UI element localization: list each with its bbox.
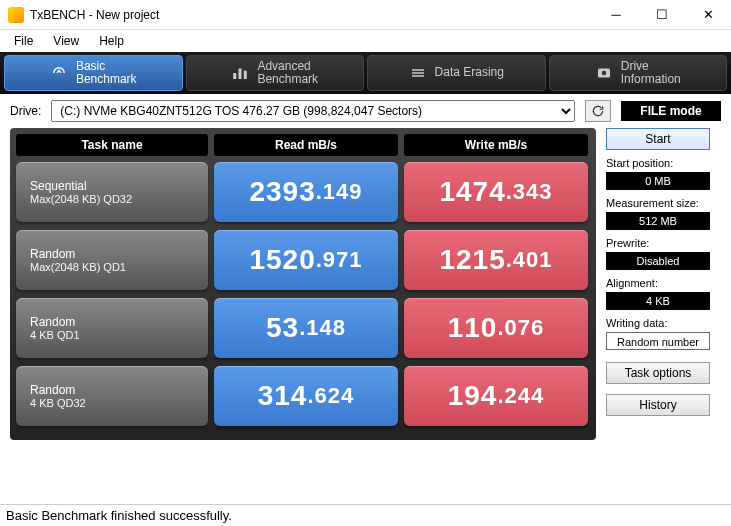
- write-value: 1215.401: [404, 230, 588, 290]
- task-detail: Max(2048 KB) QD32: [30, 193, 208, 205]
- info-icon: [595, 64, 613, 82]
- menu-file[interactable]: File: [6, 32, 41, 50]
- alignment-label: Alignment:: [606, 277, 710, 289]
- header-read: Read mB/s: [214, 134, 398, 156]
- menu-view[interactable]: View: [45, 32, 87, 50]
- test-row: Random4 KB QD32314.624194.244: [16, 366, 590, 426]
- svg-rect-0: [234, 73, 237, 79]
- task-options-button[interactable]: Task options: [606, 362, 710, 384]
- benchmark-panel: Task name Read mB/s Write mB/s Sequentia…: [10, 128, 596, 440]
- erase-icon: [409, 64, 427, 82]
- tab-basic-benchmark[interactable]: BasicBenchmark: [4, 55, 183, 91]
- prewrite-value: Disabled: [606, 252, 710, 270]
- svg-point-4: [601, 71, 606, 76]
- test-row: Random4 KB QD153.148110.076: [16, 298, 590, 358]
- maximize-button[interactable]: ☐: [639, 0, 685, 30]
- tab-label: Drive: [621, 59, 649, 73]
- header-write: Write mB/s: [404, 134, 588, 156]
- tab-label: Basic: [76, 59, 105, 73]
- write-value: 1474.343: [404, 162, 588, 222]
- task-button-1[interactable]: RandomMax(2048 KB) QD1: [16, 230, 208, 290]
- read-value: 53.148: [214, 298, 398, 358]
- task-button-3[interactable]: Random4 KB QD32: [16, 366, 208, 426]
- tab-data-erasing[interactable]: Data Erasing: [367, 55, 546, 91]
- task-detail: Max(2048 KB) QD1: [30, 261, 208, 273]
- app-icon: [8, 7, 24, 23]
- write-value: 194.244: [404, 366, 588, 426]
- history-button[interactable]: History: [606, 394, 710, 416]
- tab-label: Advanced: [257, 59, 310, 73]
- start-button[interactable]: Start: [606, 128, 710, 150]
- bars-icon: [231, 64, 249, 82]
- drive-bar: Drive: (C:) NVMe KBG40ZNT512G TOS 476.27…: [0, 94, 731, 128]
- menu-help[interactable]: Help: [91, 32, 132, 50]
- prewrite-label: Prewrite:: [606, 237, 710, 249]
- measurement-size-label: Measurement size:: [606, 197, 710, 209]
- side-panel: Start Start position: 0 MB Measurement s…: [606, 128, 710, 440]
- task-name: Random: [30, 383, 208, 397]
- title-bar: TxBENCH - New project ─ ☐ ✕: [0, 0, 731, 30]
- header-task: Task name: [16, 134, 208, 156]
- test-row: RandomMax(2048 KB) QD11520.9711215.401: [16, 230, 590, 290]
- drive-label: Drive:: [10, 104, 41, 118]
- read-value: 2393.149: [214, 162, 398, 222]
- start-position-value: 0 MB: [606, 172, 710, 190]
- file-mode-indicator: FILE mode: [621, 101, 721, 121]
- alignment-value: 4 KB: [606, 292, 710, 310]
- writing-data-label: Writing data:: [606, 317, 710, 329]
- gauge-icon: [50, 64, 68, 82]
- start-position-label: Start position:: [606, 157, 710, 169]
- tab-bar: BasicBenchmark AdvancedBenchmark Data Er…: [0, 52, 731, 94]
- task-detail: 4 KB QD32: [30, 397, 208, 409]
- write-value: 110.076: [404, 298, 588, 358]
- task-name: Random: [30, 315, 208, 329]
- read-value: 1520.971: [214, 230, 398, 290]
- menu-bar: File View Help: [0, 30, 731, 52]
- header-row: Task name Read mB/s Write mB/s: [16, 134, 590, 156]
- minimize-button[interactable]: ─: [593, 0, 639, 30]
- test-row: SequentialMax(2048 KB) QD322393.1491474.…: [16, 162, 590, 222]
- refresh-button[interactable]: [585, 100, 611, 122]
- task-button-2[interactable]: Random4 KB QD1: [16, 298, 208, 358]
- svg-rect-1: [239, 69, 242, 80]
- tab-drive-information[interactable]: DriveInformation: [549, 55, 728, 91]
- read-value: 314.624: [214, 366, 398, 426]
- status-bar: Basic Benchmark finished successfully.: [0, 504, 731, 526]
- task-name: Random: [30, 247, 208, 261]
- svg-rect-2: [244, 71, 247, 79]
- window-title: TxBENCH - New project: [30, 8, 593, 22]
- drive-select[interactable]: (C:) NVMe KBG40ZNT512G TOS 476.27 GB (99…: [51, 100, 575, 122]
- writing-data-value: Random number: [606, 332, 710, 350]
- close-button[interactable]: ✕: [685, 0, 731, 30]
- work-area: Task name Read mB/s Write mB/s Sequentia…: [0, 128, 731, 440]
- tab-advanced-benchmark[interactable]: AdvancedBenchmark: [186, 55, 365, 91]
- task-detail: 4 KB QD1: [30, 329, 208, 341]
- task-name: Sequential: [30, 179, 208, 193]
- tab-label: Data Erasing: [435, 66, 504, 79]
- task-button-0[interactable]: SequentialMax(2048 KB) QD32: [16, 162, 208, 222]
- measurement-size-value: 512 MB: [606, 212, 710, 230]
